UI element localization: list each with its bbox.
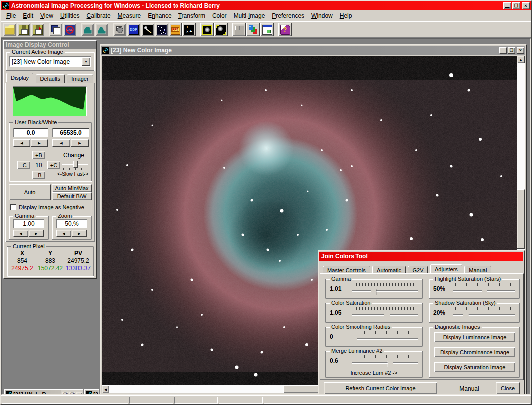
white-level-field[interactable]: 65535.0 — [52, 128, 89, 137]
merge-luminance-slider[interactable] — [352, 355, 418, 370]
gamma-decrease-button[interactable]: ◀ — [13, 230, 28, 237]
slider-thumb[interactable] — [463, 310, 469, 319]
menu-preferences[interactable]: Preferences — [268, 11, 308, 20]
zoom-decrease-button[interactable]: ◀ — [56, 230, 71, 237]
gamma-slider[interactable] — [352, 283, 418, 298]
tab-adjusters[interactable]: Adjusters — [430, 264, 462, 274]
minimized-window-1[interactable]: [21] HN_L_R... ❐ ❐ × — [4, 389, 83, 395]
select-region-button[interactable] — [200, 23, 214, 36]
slider-thumb[interactable] — [482, 286, 487, 295]
menu-enhance[interactable]: Enhance — [144, 11, 175, 20]
image-minimize-button[interactable]: — — [499, 47, 507, 54]
color-saturation-value: 1.05 — [330, 309, 341, 316]
slider-thumb[interactable] — [384, 310, 390, 319]
pixel-y-header: Y — [36, 250, 64, 257]
horizontal-scroll-thumb[interactable] — [283, 385, 319, 393]
zoom-increase-button[interactable]: ▶ — [72, 230, 87, 237]
shadow-saturation-slider[interactable] — [453, 307, 515, 322]
panel-titlebar[interactable]: Image Display Control — [4, 41, 96, 49]
black-increase-button[interactable]: ▶ — [31, 139, 48, 147]
menu-help[interactable]: Help — [336, 11, 355, 20]
menu-view[interactable]: View — [37, 11, 57, 20]
refresh-color-image-button[interactable]: Refresh Current Color Image — [324, 382, 437, 394]
change-speed-slider[interactable] — [62, 160, 88, 169]
minus-b-button[interactable]: -B — [32, 171, 45, 179]
star-field-button[interactable] — [155, 23, 168, 36]
display-saturation-button[interactable]: Display Saturation Image — [434, 362, 515, 372]
linear-stretch-button[interactable] — [81, 23, 94, 36]
image-window-titlebar[interactable]: [23] New Color Image — ❐ × — [101, 46, 525, 55]
minus-c-button[interactable]: -C — [17, 161, 30, 169]
black-level-field[interactable]: 0.0 — [13, 128, 48, 137]
image-math-button[interactable]: + −× ÷ — [182, 23, 196, 36]
white-decrease-button[interactable]: ◀ — [52, 139, 70, 147]
save-fits-button[interactable]: F — [31, 23, 44, 36]
calibration-button[interactable]: CAL — [63, 23, 76, 36]
histogram-button[interactable] — [95, 23, 108, 36]
duplicate-image-button[interactable] — [49, 23, 62, 36]
ddp-button[interactable]: DDP — [127, 23, 140, 36]
close-button[interactable]: × — [76, 392, 82, 396]
help-button[interactable]: ? — [278, 23, 292, 36]
close-button[interactable]: × — [522, 2, 530, 9]
auto-min-max-button[interactable]: Auto Min/Max — [52, 184, 92, 192]
scroll-left-button[interactable]: ◀ — [102, 385, 109, 393]
star-measure-button[interactable] — [141, 23, 154, 36]
display-luminance-button[interactable]: Display Luminance Image — [434, 332, 515, 342]
gamma-field[interactable]: 1.00 — [13, 219, 44, 228]
display-chrominance-button[interactable]: Display Chrominance Image — [434, 347, 515, 357]
vertical-scroll-thumb[interactable] — [517, 189, 525, 249]
active-image-dropdown[interactable]: [23] New Color Image ▼ — [9, 56, 91, 67]
slider-thumb[interactable] — [388, 358, 393, 367]
menu-utilities[interactable]: Utilities — [57, 11, 83, 20]
menu-window[interactable]: Window — [308, 11, 336, 20]
open-button[interactable] — [3, 23, 16, 36]
black-decrease-button[interactable]: ◀ — [13, 139, 30, 147]
tab-display[interactable]: Display — [6, 73, 33, 82]
clone-window-button[interactable] — [260, 23, 274, 36]
slider-thumb[interactable] — [73, 161, 78, 168]
gamma-increase-button[interactable]: ▶ — [29, 230, 44, 237]
batch-process-button[interactable] — [113, 23, 126, 36]
tab-defaults[interactable]: Defaults — [36, 74, 65, 83]
join-colors-button[interactable] — [246, 23, 260, 36]
menu-multi-image[interactable]: Multi-Image — [230, 11, 269, 20]
plus-c-button[interactable]: +C — [47, 161, 60, 169]
tile-windows-button[interactable] — [232, 23, 246, 36]
dropdown-button[interactable]: ▼ — [82, 57, 90, 66]
zoom-field[interactable]: 50.% — [56, 219, 87, 228]
plus-b-button[interactable]: +B — [32, 151, 45, 159]
fft-button[interactable]: FFT — [169, 23, 182, 36]
manual-button[interactable]: Manual — [444, 385, 494, 392]
menu-transform[interactable]: Transform — [175, 11, 209, 20]
slider-thumb[interactable] — [352, 334, 357, 343]
close-dialog-button[interactable]: Close — [496, 382, 520, 394]
restore-button[interactable]: ❐ — [62, 392, 68, 396]
save-button[interactable] — [17, 23, 30, 36]
menu-measure[interactable]: Measure — [114, 11, 145, 20]
minimized-window-titlebar[interactable]: [21] HN_L_R... — [5, 390, 61, 395]
minimized-window-2[interactable]: [2 — [84, 389, 99, 395]
color-smoothing-slider[interactable] — [352, 331, 418, 346]
maximize-button[interactable]: ❐ — [69, 392, 75, 396]
menu-calibrate[interactable]: Calibrate — [83, 11, 114, 20]
dialog-titlebar[interactable]: Join Colors Tool — [319, 252, 523, 261]
white-increase-button[interactable]: ▶ — [71, 139, 89, 147]
scroll-up-button[interactable]: ▲ — [517, 56, 525, 63]
default-bw-button[interactable]: Default B/W — [52, 192, 92, 200]
slider-thumb[interactable] — [371, 286, 376, 295]
menu-color[interactable]: Color — [209, 11, 230, 20]
highlight-saturation-slider[interactable] — [453, 283, 515, 298]
menu-file[interactable]: File — [3, 11, 19, 20]
image-close-button[interactable]: × — [517, 47, 524, 54]
minimize-button[interactable]: — — [503, 2, 511, 9]
maximize-button[interactable]: ❐ — [512, 2, 520, 9]
color-saturation-slider[interactable] — [352, 307, 418, 322]
crop-region-button[interactable] — [214, 23, 228, 36]
negative-checkbox[interactable] — [10, 204, 16, 210]
image-maximize-button[interactable]: ❐ — [508, 47, 515, 54]
tab-imager[interactable]: Imager — [67, 74, 93, 83]
menu-edit[interactable]: Edit — [19, 11, 37, 20]
auto-button[interactable]: Auto — [9, 184, 51, 200]
app-titlebar[interactable]: Astronomical Image Processing for Window… — [1, 1, 531, 10]
